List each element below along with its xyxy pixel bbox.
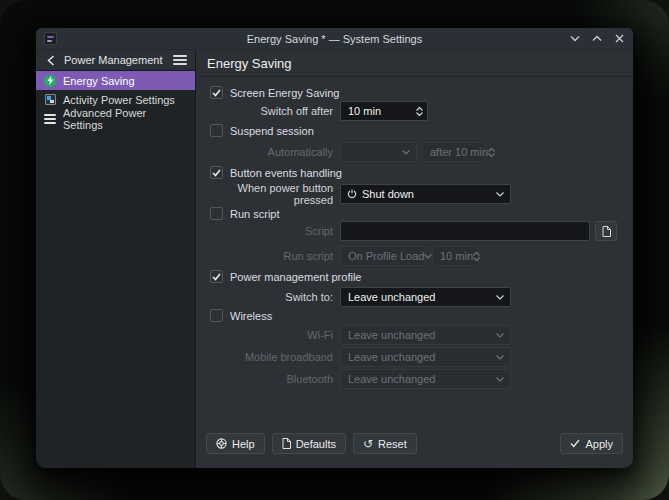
battery-charging-icon [44,75,56,87]
button-label: Apply [585,438,613,450]
document-icon [282,438,291,449]
script-path-input[interactable] [340,221,590,241]
sidebar-item-label: Advanced Power Settings [63,107,187,131]
field-label: Run script [196,250,333,262]
advanced-settings-icon [44,114,56,124]
spinner-arrows-icon[interactable] [416,107,427,116]
checkbox-label: Wireless [230,310,272,322]
reset-button[interactable]: ↺ Reset [353,433,417,454]
screen-energy-saving-checkbox[interactable] [210,86,223,99]
check-icon [212,89,221,97]
checkbox-label: Run script [230,208,280,220]
check-icon [212,169,221,177]
wireless-checkbox[interactable] [210,309,223,322]
power-icon [341,189,357,199]
defaults-button[interactable]: Defaults [272,433,346,454]
bluetooth-dropdown: Leave unchanged [340,369,511,389]
chevron-down-icon [496,295,510,300]
checkbox-label: Button events handling [230,167,342,179]
button-label: Defaults [296,438,336,450]
sidebar-item-energy-saving[interactable]: Energy Saving [36,71,195,90]
activities-icon [45,94,56,105]
field-label: Bluetooth [196,373,333,385]
field-label: When power button pressed [196,182,333,206]
run-script-when-dropdown: On Profile Load [340,246,426,266]
chevron-down-icon [496,192,510,197]
undo-icon: ↺ [363,438,373,450]
run-script-time-spinbox: 10 min [432,246,479,266]
field-label: Switch off after [196,105,333,117]
help-icon [216,438,227,449]
field-label: Script [196,225,333,237]
field-label: Mobile broadband [196,351,333,363]
button-label: Reset [378,438,407,450]
spinner-arrows-icon [488,148,499,157]
chevron-down-icon [402,150,416,155]
sidebar: Power Management Energy Saving Activity … [36,50,196,468]
close-button[interactable] [613,33,625,45]
sidebar-item-label: Energy Saving [63,75,135,87]
run-script-checkbox[interactable] [210,207,223,220]
automatically-dropdown [340,142,417,162]
field-label: Wi-Fi [196,329,333,341]
spinner-arrows-icon [473,252,484,261]
check-icon [212,273,221,281]
browse-file-button[interactable] [595,221,617,241]
content-pane: Energy Saving Screen Energy Saving Switc… [196,50,633,468]
mobile-broadband-dropdown: Leave unchanged [340,347,511,367]
suspend-session-checkbox[interactable] [210,124,223,137]
minimize-button[interactable] [569,33,581,45]
back-icon[interactable] [45,54,57,66]
field-label: Automatically [196,146,333,158]
button-events-checkbox[interactable] [210,166,223,179]
titlebar[interactable]: Energy Saving * — System Settings [36,28,633,50]
app-icon [44,32,57,45]
wifi-dropdown: Leave unchanged [340,325,511,345]
apply-button[interactable]: Apply [560,433,623,454]
sidebar-item-label: Activity Power Settings [63,94,175,106]
system-settings-window: Energy Saving * — System Settings [36,28,633,468]
chevron-down-icon [496,355,510,360]
switch-to-dropdown[interactable]: Leave unchanged [340,287,511,307]
maximize-button[interactable] [591,33,603,45]
field-label: Switch to: [196,291,333,303]
desktop-background: Energy Saving * — System Settings [0,0,669,500]
chevron-down-icon [496,377,510,382]
footer-button-bar: Help Defaults ↺ Reset [196,433,633,454]
chevron-down-icon [496,333,510,338]
checkbox-label: Power management profile [230,271,361,283]
pm-profile-checkbox[interactable] [210,270,223,283]
sidebar-title: Power Management [64,54,166,66]
switch-off-after-spinbox[interactable]: 10 min [340,101,428,121]
hamburger-menu-icon[interactable] [173,55,187,65]
sidebar-item-advanced-power-settings[interactable]: Advanced Power Settings [36,109,195,128]
document-icon [602,226,611,237]
checkbox-label: Suspend session [230,125,314,137]
check-icon [570,439,580,448]
page-title: Energy Saving [196,50,633,77]
power-button-dropdown[interactable]: Shut down [340,184,511,204]
button-label: Help [232,438,255,450]
after-time-spinbox: after 10 min [422,142,485,162]
window-title: Energy Saving * — System Settings [36,33,633,45]
checkbox-label: Screen Energy Saving [230,87,339,99]
help-button[interactable]: Help [206,433,265,454]
